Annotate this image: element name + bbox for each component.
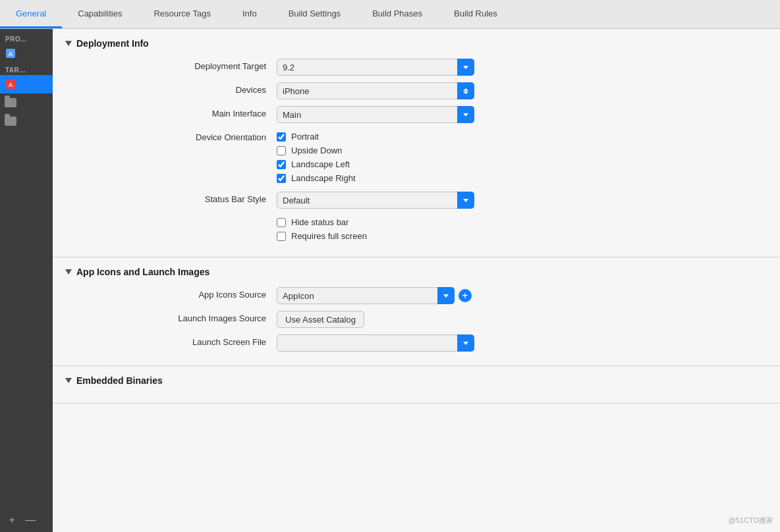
- orientation-portrait-row: Portrait: [277, 130, 488, 144]
- app-icons-dropdown-wrapper: AppIcon: [277, 287, 455, 304]
- launch-screen-file-select[interactable]: [277, 334, 474, 352]
- main-interface-label: Main Interface: [66, 106, 277, 119]
- orientation-upside-down-checkbox[interactable]: [277, 146, 286, 155]
- use-asset-catalog-button[interactable]: Use Asset Catalog: [277, 311, 364, 328]
- orientation-upside-down-row: Upside Down: [277, 144, 488, 157]
- folder-icon-2: [4, 115, 17, 128]
- sidebar-item-folder-2[interactable]: [0, 112, 53, 130]
- deployment-target-control: 9.2: [277, 59, 488, 76]
- device-orientation-row: Device Orientation Portrait Upside Down …: [53, 126, 780, 188]
- sidebar: PRO... A TAR... A + —: [0, 29, 53, 532]
- launch-screen-file-control: [277, 334, 488, 352]
- project-icon: A: [4, 47, 17, 60]
- deployment-target-label: Deployment Target: [66, 59, 277, 71]
- tab-resource-tags[interactable]: Resource Tags: [138, 0, 226, 28]
- main-interface-row: Main Interface Main: [53, 103, 780, 126]
- launch-screen-dropdown-wrapper: [277, 334, 474, 352]
- orientation-landscape-left-row: Landscape Left: [277, 157, 488, 171]
- remove-item-button[interactable]: —: [24, 514, 37, 527]
- orientation-landscape-left-checkbox[interactable]: [277, 160, 286, 169]
- embedded-binaries-triangle: [65, 378, 72, 383]
- hide-status-bar-row: Hide status bar: [277, 215, 488, 229]
- tab-bar: General Capabilities Resource Tags Info …: [0, 0, 780, 29]
- app-icons-source-wrapper: AppIcon +: [277, 287, 488, 304]
- deployment-info-title: Deployment Info: [76, 38, 149, 49]
- status-bar-options-empty-label: [66, 215, 277, 218]
- device-orientation-control: Portrait Upside Down Landscape Left Land…: [277, 130, 488, 185]
- add-app-icon-button[interactable]: +: [459, 289, 472, 302]
- sidebar-item-target-active[interactable]: A: [0, 75, 53, 93]
- hide-status-bar-label: Hide status bar: [291, 217, 348, 227]
- deployment-info-section: Deployment Info Deployment Target 9.2: [53, 29, 780, 257]
- app-icons-triangle: [65, 269, 72, 275]
- deployment-target-row: Deployment Target 9.2: [53, 55, 780, 79]
- app-icons-header[interactable]: App Icons and Launch Images: [53, 257, 780, 284]
- status-bar-style-dropdown-wrapper: Default: [277, 192, 474, 209]
- watermark: @51CTO搬家: [729, 516, 773, 525]
- add-item-button[interactable]: +: [5, 514, 18, 527]
- svg-text:A: A: [9, 82, 13, 88]
- devices-select[interactable]: iPhone: [277, 82, 474, 99]
- devices-label: Devices: [66, 82, 277, 95]
- status-bar-options-control: Hide status bar Requires full screen: [277, 215, 488, 243]
- tab-info[interactable]: Info: [227, 0, 273, 28]
- devices-row: Devices iPhone: [53, 79, 780, 103]
- app-icons-source-row: App Icons Source AppIcon +: [53, 284, 780, 307]
- sidebar-bottom: + —: [0, 508, 53, 532]
- requires-full-screen-label: Requires full screen: [291, 231, 367, 241]
- target-section-label: TAR...: [0, 63, 53, 75]
- orientation-landscape-right-checkbox[interactable]: [277, 174, 286, 183]
- sidebar-item-project[interactable]: A: [0, 44, 53, 63]
- orientation-portrait-label: Portrait: [291, 132, 319, 142]
- app-icons-source-control: AppIcon +: [277, 287, 488, 304]
- device-orientation-label: Device Orientation: [66, 130, 277, 142]
- main-interface-select[interactable]: Main: [277, 106, 474, 123]
- orientation-portrait-checkbox[interactable]: [277, 132, 286, 142]
- target-active-icon: A: [4, 78, 17, 91]
- main-interface-control: Main: [277, 106, 488, 123]
- main-interface-dropdown-wrapper: Main: [277, 106, 474, 123]
- deployment-info-header[interactable]: Deployment Info: [53, 29, 780, 55]
- launch-images-source-row: Launch Images Source Use Asset Catalog: [53, 307, 780, 331]
- content-area: Deployment Info Deployment Target 9.2: [53, 29, 780, 532]
- app-icons-title: App Icons and Launch Images: [76, 267, 209, 277]
- app-icons-source-select[interactable]: AppIcon: [277, 287, 455, 304]
- devices-control: iPhone: [277, 82, 488, 99]
- status-bar-style-label: Status Bar Style: [66, 192, 277, 204]
- app-icons-source-label: App Icons Source: [66, 287, 277, 300]
- orientation-upside-down-label: Upside Down: [291, 146, 342, 155]
- orientation-landscape-right-row: Landscape Right: [277, 171, 488, 185]
- tab-capabilities[interactable]: Capabilities: [62, 0, 138, 28]
- deployment-target-select[interactable]: 9.2: [277, 59, 474, 76]
- launch-screen-file-row: Launch Screen File: [53, 331, 780, 355]
- folder-icon-1: [4, 96, 17, 109]
- tab-build-rules[interactable]: Build Rules: [438, 0, 513, 28]
- status-bar-style-row: Status Bar Style Default: [53, 188, 780, 212]
- hide-status-bar-checkbox[interactable]: [277, 218, 286, 227]
- deployment-target-dropdown-wrapper: 9.2: [277, 59, 474, 76]
- tab-general[interactable]: General: [0, 0, 62, 28]
- embedded-binaries-header[interactable]: Embedded Binaries: [53, 366, 780, 392]
- requires-full-screen-checkbox[interactable]: [277, 232, 286, 241]
- devices-dropdown-wrapper: iPhone: [277, 82, 474, 99]
- orientation-landscape-right-label: Landscape Right: [291, 173, 356, 183]
- sidebar-item-folder-1[interactable]: [0, 93, 53, 112]
- launch-images-source-control: Use Asset Catalog: [277, 311, 488, 328]
- deployment-info-triangle: [65, 41, 72, 46]
- launch-screen-file-label: Launch Screen File: [66, 334, 277, 347]
- orientation-landscape-left-label: Landscape Left: [291, 159, 350, 169]
- app-icons-section: App Icons and Launch Images App Icons So…: [53, 257, 780, 366]
- main-layout: PRO... A TAR... A + —: [0, 29, 780, 532]
- tab-build-settings[interactable]: Build Settings: [273, 0, 357, 28]
- embedded-binaries-section: Embedded Binaries: [53, 366, 780, 404]
- requires-full-screen-row: Requires full screen: [277, 229, 488, 243]
- tab-build-phases[interactable]: Build Phases: [356, 0, 438, 28]
- launch-images-source-label: Launch Images Source: [66, 311, 277, 323]
- project-section-label: PRO...: [0, 32, 53, 44]
- status-bar-style-control: Default: [277, 192, 488, 209]
- svg-text:A: A: [9, 51, 13, 57]
- status-bar-style-select[interactable]: Default: [277, 192, 474, 209]
- embedded-binaries-title: Embedded Binaries: [76, 375, 163, 386]
- status-bar-options-row: Hide status bar Requires full screen: [53, 212, 780, 246]
